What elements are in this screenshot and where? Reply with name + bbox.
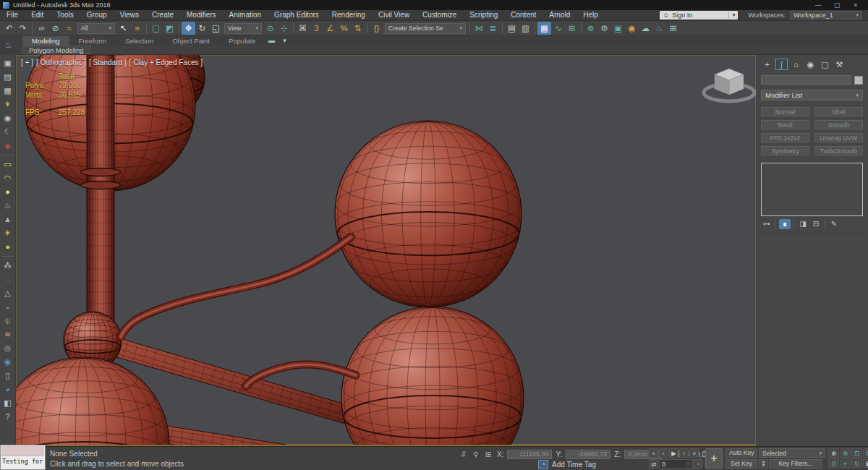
menu-item[interactable]: Content xyxy=(504,10,542,20)
spinner-icon[interactable]: ↕ xyxy=(686,461,689,467)
viewport-menu-renderer[interactable]: [ Standard ] xyxy=(89,59,127,67)
geosphere-icon[interactable]: ◕ xyxy=(1,383,15,396)
utilities-tab[interactable]: ⚒ xyxy=(833,59,846,70)
viewport[interactable]: [ + ] [ Orthographic ] [ Standard ] [ Cl… xyxy=(16,55,756,446)
use-pivot-point-icon[interactable]: ⊙ xyxy=(263,22,277,35)
modifier-button[interactable]: Bend xyxy=(761,120,809,129)
menu-item[interactable]: Scripting xyxy=(463,10,504,20)
viewport-menu-pov[interactable]: [ Orthographic ] xyxy=(36,59,86,67)
teapot-primitive-icon[interactable]: ♨ xyxy=(1,200,15,212)
time-configuration-icon[interactable]: ◔ xyxy=(693,459,702,469)
light-icon[interactable]: ☀ xyxy=(1,98,15,111)
ribbon-config-icon[interactable]: ▬ xyxy=(265,36,278,46)
menu-item[interactable]: Tools xyxy=(50,10,80,20)
mirror-icon[interactable]: ⋈ xyxy=(472,22,486,35)
sphere-primitive-icon[interactable]: ● xyxy=(1,186,15,198)
cone-primitive-icon[interactable]: ▲ xyxy=(1,213,15,226)
zoom-icon[interactable]: ⊕ xyxy=(828,448,839,458)
hierarchy-tab[interactable]: ⌂ xyxy=(790,59,802,70)
sign-in-button[interactable]: ☺ Sign In ▾ xyxy=(660,11,738,20)
orbit-icon[interactable]: ↻ xyxy=(851,458,862,468)
modifier-button[interactable]: Symmetry xyxy=(761,146,809,155)
menu-item[interactable]: Edit xyxy=(25,10,50,20)
material-editor-icon[interactable]: ⊛ xyxy=(584,22,597,35)
menu-item[interactable]: File xyxy=(0,10,25,20)
uv-editor-icon[interactable]: ▤ xyxy=(1,71,15,83)
selection-set-key-dropdown[interactable]: Selected ▾ xyxy=(759,448,825,458)
sphere-geometry[interactable] xyxy=(335,121,522,307)
viewcube[interactable] xyxy=(704,69,754,101)
select-object-icon[interactable]: ↖ xyxy=(116,22,130,35)
camera-icon[interactable]: ◉ xyxy=(1,112,15,124)
absolute-mode-icon[interactable]: ⊞ xyxy=(483,450,493,458)
menu-item[interactable]: Views xyxy=(114,10,146,20)
select-and-move-icon[interactable]: ✥ xyxy=(182,22,195,35)
x-coordinate-field[interactable]: 111166,00 xyxy=(507,450,552,459)
previous-frame-icon[interactable]: ‹ xyxy=(659,448,668,458)
tab-modeling[interactable]: Modeling xyxy=(22,36,69,46)
menu-item[interactable]: Create xyxy=(145,10,180,20)
select-and-link-icon[interactable]: ∞ xyxy=(35,22,48,35)
key-mode-toggle-icon[interactable]: ⇄ xyxy=(649,459,658,469)
maximize-viewport-icon[interactable]: ▣ xyxy=(863,458,868,468)
zoom-all-icon[interactable]: ⊛ xyxy=(840,448,851,458)
sun-icon[interactable]: ☀ xyxy=(1,227,15,239)
ribbon-minimize-icon[interactable]: ▾ xyxy=(278,36,291,46)
select-and-rotate-icon[interactable]: ↻ xyxy=(195,22,209,35)
modifier-button[interactable]: Unwrap UVW xyxy=(814,133,863,142)
rock-icon[interactable]: ◒ xyxy=(1,301,15,313)
display-tab[interactable]: ▢ xyxy=(819,59,831,70)
stone-icon[interactable]: ◎ xyxy=(1,342,15,354)
modifier-list-dropdown[interactable]: Modifier List ▾ xyxy=(761,90,863,101)
key-filters-button[interactable]: Key Filters... xyxy=(769,459,822,469)
tab-populate[interactable]: Populate xyxy=(219,36,265,46)
set-key-button[interactable]: Set Key xyxy=(726,459,757,469)
window-crossing-icon[interactable]: ◩ xyxy=(163,22,176,35)
ribbon-teapot-icon[interactable]: ♨ xyxy=(0,36,17,55)
shadow-icon[interactable]: ☾ xyxy=(1,126,15,138)
particles-icon[interactable]: ⁂ xyxy=(1,260,15,272)
selection-filter-dropdown[interactable]: All▾ xyxy=(77,23,115,34)
make-unique-icon[interactable]: ◨ xyxy=(797,219,809,229)
menu-item[interactable]: Group xyxy=(80,10,114,20)
menu-item[interactable]: Help xyxy=(576,10,605,20)
layer-explorer-icon[interactable]: ▥ xyxy=(519,22,532,35)
maximize-button[interactable]: ▢ xyxy=(827,1,846,9)
select-and-scale-icon[interactable]: ◱ xyxy=(209,22,223,35)
data-table-icon[interactable]: ▦ xyxy=(1,85,15,97)
floating-window-icon[interactable]: ▣ xyxy=(1,57,15,69)
keyboard-override-icon[interactable]: ⌘ xyxy=(296,22,310,35)
sphere2-primitive-icon[interactable]: ● xyxy=(1,241,15,253)
viewport-canvas[interactable] xyxy=(16,55,756,445)
render-in-cloud-icon[interactable]: ☁ xyxy=(639,22,652,35)
align-icon[interactable]: ≣ xyxy=(486,22,500,35)
set-keys-button[interactable]: + xyxy=(705,448,723,469)
help-icon[interactable]: ? xyxy=(1,411,15,423)
sphere-geometry[interactable] xyxy=(341,307,524,445)
redo-icon[interactable]: ↷ xyxy=(16,22,30,35)
spinner-snap-icon[interactable]: ⇅ xyxy=(351,22,365,35)
modifier-button[interactable]: Normal xyxy=(761,107,809,116)
minimize-button[interactable]: — xyxy=(809,1,827,9)
render-icon[interactable]: ◉ xyxy=(625,22,639,35)
sphere-geometry[interactable] xyxy=(16,357,169,445)
modifier-button[interactable]: Shell xyxy=(814,107,863,116)
percent-snap-icon[interactable]: % xyxy=(337,22,351,35)
pin-stack-icon[interactable]: ⊶ xyxy=(761,219,773,229)
key-filter-icon[interactable]: ⁑ xyxy=(759,459,768,469)
named-selection-set-dropdown[interactable]: Create Selection Se▾ xyxy=(385,23,466,34)
modifier-button[interactable]: FFD 2x2x2 xyxy=(761,133,809,142)
play-icon[interactable]: ▶ xyxy=(669,448,678,458)
external-overlay-window[interactable]: Testing for xyxy=(0,445,46,470)
fur-icon[interactable]: ≋ xyxy=(1,328,15,341)
workspace-dropdown[interactable]: Workspace_1 ▾ xyxy=(790,11,862,20)
object-name-field[interactable] xyxy=(761,75,851,85)
isolate-selection-icon[interactable]: # xyxy=(459,450,469,458)
create-tab[interactable]: + xyxy=(761,59,773,70)
selection-lock-icon[interactable]: ⚲ xyxy=(471,450,481,458)
undo-icon[interactable]: ↶ xyxy=(2,22,16,35)
open-autodesk-account-icon[interactable]: ♨ xyxy=(652,22,666,35)
modifier-button[interactable]: Smooth xyxy=(814,120,863,129)
bind-to-space-warp-icon[interactable]: ≈ xyxy=(62,22,76,35)
object-color-swatch[interactable] xyxy=(854,76,863,85)
